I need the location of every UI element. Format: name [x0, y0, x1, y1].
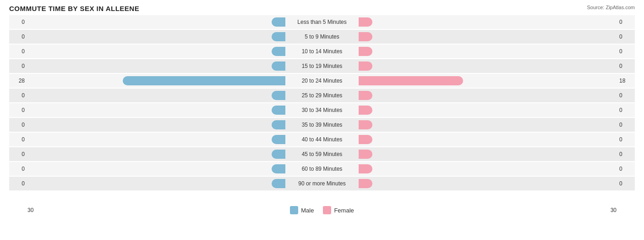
bar-section: Less than 5 Minutes [27, 15, 617, 29]
bars-wrapper: 35 to 39 Minutes [27, 119, 617, 130]
legend-male-box [290, 206, 298, 214]
bars-wrapper: 45 to 59 Minutes [27, 149, 617, 160]
female-bar [359, 47, 372, 56]
bar-section: 5 to 9 Minutes [27, 30, 617, 44]
male-bar-container [27, 31, 285, 42]
bars-wrapper: 30 to 34 Minutes [27, 105, 617, 116]
female-bar [359, 135, 372, 144]
male-bar-container [27, 149, 285, 160]
chart-row: 0 30 to 34 Minutes 0 [9, 103, 635, 117]
female-bar [359, 76, 463, 85]
male-value: 0 [9, 33, 27, 40]
female-bar-container [359, 178, 617, 189]
female-bar-container [359, 90, 617, 101]
bar-section: 20 to 24 Minutes [27, 74, 617, 88]
row-label: 15 to 19 Minutes [285, 63, 359, 69]
female-bar [359, 150, 372, 159]
legend: Male Female [33, 206, 610, 214]
chart-row: 0 90 or more Minutes 0 [9, 177, 635, 190]
legend-female: Female [323, 206, 354, 214]
row-label: 20 to 24 Minutes [285, 78, 359, 84]
female-bar-container [359, 61, 617, 72]
female-bar [359, 17, 372, 27]
female-bar-container [359, 46, 617, 57]
female-bar [359, 120, 372, 129]
female-bar [359, 32, 372, 41]
row-label: 10 to 14 Minutes [285, 48, 359, 55]
row-label: 60 to 89 Minutes [285, 166, 359, 172]
male-value: 0 [9, 122, 27, 128]
bars-wrapper: 20 to 24 Minutes [27, 75, 617, 86]
chart-row: 0 10 to 14 Minutes 0 [9, 45, 635, 58]
male-bar [123, 76, 285, 85]
bars-wrapper: 60 to 89 Minutes [27, 163, 617, 174]
male-bar [272, 32, 285, 41]
female-bar [359, 61, 372, 71]
female-value: 0 [617, 92, 635, 99]
chart-container: COMMUTE TIME BY SEX IN ALLEENE Source: Z… [0, 0, 644, 240]
male-bar-container [27, 75, 285, 86]
male-bar-container [27, 17, 285, 28]
bar-section: 45 to 59 Minutes [27, 147, 617, 161]
male-value: 0 [9, 151, 27, 157]
female-bar-container [359, 75, 617, 86]
male-bar-container [27, 119, 285, 130]
axis-left-label: 30 [27, 207, 33, 213]
male-bar-container [27, 105, 285, 116]
female-bar-container [359, 105, 617, 116]
bars-wrapper: 90 or more Minutes [27, 178, 617, 189]
male-value: 0 [9, 180, 27, 187]
legend-female-box [323, 206, 331, 214]
legend-male: Male [290, 206, 314, 214]
male-bar [272, 150, 285, 159]
row-label: 40 to 44 Minutes [285, 136, 359, 143]
legend-male-label: Male [301, 207, 314, 214]
male-value: 0 [9, 48, 27, 55]
female-value: 0 [617, 33, 635, 40]
chart-row: 0 Less than 5 Minutes 0 [9, 15, 635, 29]
row-label: 35 to 39 Minutes [285, 122, 359, 128]
chart-row: 28 20 to 24 Minutes 18 [9, 74, 635, 88]
chart-title: COMMUTE TIME BY SEX IN ALLEENE [9, 5, 635, 12]
bars-wrapper: 15 to 19 Minutes [27, 61, 617, 72]
male-bar [272, 106, 285, 115]
male-bar-container [27, 134, 285, 145]
bars-wrapper: 5 to 9 Minutes [27, 31, 617, 42]
male-bar-container [27, 178, 285, 189]
female-bar-container [359, 149, 617, 160]
row-label: 5 to 9 Minutes [285, 33, 359, 40]
female-value: 0 [617, 151, 635, 157]
chart-row: 0 5 to 9 Minutes 0 [9, 30, 635, 44]
chart-row: 0 60 to 89 Minutes 0 [9, 162, 635, 176]
row-label: 30 to 34 Minutes [285, 107, 359, 113]
bar-section: 10 to 14 Minutes [27, 45, 617, 58]
male-value: 0 [9, 19, 27, 25]
female-value: 0 [617, 166, 635, 172]
male-bar [272, 17, 285, 27]
female-bar-container [359, 134, 617, 145]
male-bar [272, 179, 285, 188]
bar-section: 30 to 34 Minutes [27, 103, 617, 117]
female-value: 0 [617, 63, 635, 69]
male-bar [272, 164, 285, 173]
row-label: 25 to 29 Minutes [285, 92, 359, 99]
legend-female-label: Female [334, 207, 354, 214]
source-text: Source: ZipAtlas.com [587, 5, 635, 10]
male-bar-container [27, 163, 285, 174]
bar-section: 15 to 19 Minutes [27, 59, 617, 73]
chart-row: 0 25 to 29 Minutes 0 [9, 89, 635, 102]
male-bar-container [27, 90, 285, 101]
male-bar [272, 135, 285, 144]
female-value: 0 [617, 136, 635, 143]
female-bar [359, 164, 372, 173]
male-bar [272, 61, 285, 71]
female-bar [359, 179, 372, 188]
female-value: 0 [617, 107, 635, 113]
male-bar-container [27, 61, 285, 72]
bars-wrapper: 10 to 14 Minutes [27, 46, 617, 57]
male-bar-container [27, 46, 285, 57]
female-value: 0 [617, 122, 635, 128]
bar-section: 60 to 89 Minutes [27, 162, 617, 176]
chart-area: 0 Less than 5 Minutes 0 0 5 to 9 Minutes [9, 15, 635, 203]
female-value: 18 [617, 78, 635, 84]
